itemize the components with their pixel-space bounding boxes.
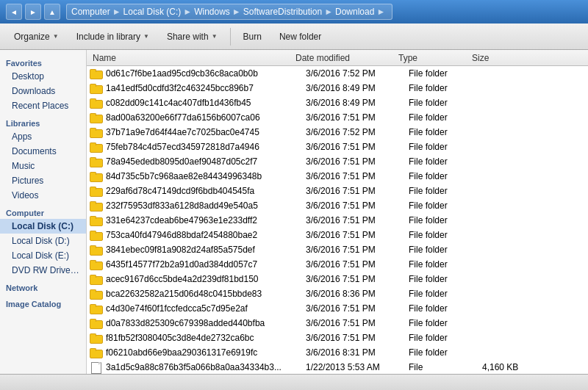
file-type: File folder [409, 201, 482, 211]
file-date: 3/6/2016 7:51 PM [306, 230, 409, 240]
include-chevron: ▼ [143, 33, 149, 40]
folder-icon [90, 244, 103, 256]
file-name: 229af6d78c47149dcd9f6bdb404545fa [106, 186, 306, 196]
col-header-name: Name [90, 53, 295, 63]
table-row[interactable]: 229af6d78c47149dcd9f6bdb404545fa3/6/2016… [87, 184, 588, 198]
table-row[interactable]: 78a945ededb8095d0aef90487d05c2f73/6/2016… [87, 154, 588, 169]
forward-button[interactable]: ► [25, 4, 41, 20]
file-date: 3/6/2016 8:49 PM [306, 83, 409, 93]
table-row[interactable]: 8ad00a63200e66f77da6156b6007ca063/6/2016… [87, 110, 588, 125]
new-folder-button[interactable]: New folder [271, 26, 329, 47]
file-type: File folder [409, 245, 482, 255]
folder-icon [90, 141, 103, 153]
status-bar [0, 374, 588, 390]
sidebar-section-title: Libraries [0, 113, 86, 129]
organize-button[interactable]: Organize ▼ [6, 26, 67, 47]
share-with-button[interactable]: Share with ▼ [159, 26, 226, 47]
file-type: File folder [409, 83, 482, 93]
file-type: File folder [409, 98, 482, 108]
file-name: 3a1d5c9a88c876b3f5a066b8a0aa34334b3... [106, 362, 306, 372]
sidebar-item-dvdrwdrive(f:)xx[interactable]: DVD RW Drive (F:) xx [0, 263, 86, 278]
burn-button[interactable]: Burn [235, 26, 270, 47]
table-row[interactable]: 3841ebec09f81a9082d24af85a575def3/6/2016… [87, 242, 588, 257]
file-date: 3/6/2016 7:52 PM [306, 68, 409, 79]
table-row[interactable]: c082dd09c141c4ac407dfb1d436fb453/6/2016 … [87, 95, 588, 110]
folder-icon [90, 214, 103, 226]
breadcrumb-drive[interactable]: Local Disk (C:) [123, 7, 182, 17]
folder-icon [90, 156, 103, 167]
file-type: File folder [409, 274, 482, 284]
sidebar-item-documents[interactable]: Documents [0, 144, 86, 159]
file-date: 3/6/2016 7:51 PM [306, 333, 409, 343]
file-date: 3/6/2016 7:51 PM [306, 201, 409, 211]
table-row[interactable]: 232f75953df833a6128d8add49e540a53/6/2016… [87, 198, 588, 213]
include-in-library-button[interactable]: Include in library ▼ [68, 26, 157, 47]
file-size: 4,160 KB [482, 362, 518, 372]
file-name: 8ad00a63200e66f77da6156b6007ca06 [106, 112, 306, 123]
file-date: 3/6/2016 7:51 PM [306, 186, 409, 196]
file-name: 232f75953df833a6128d8add49e540a5 [106, 201, 306, 211]
table-row[interactable]: 75feb784c4d57ecd345972818d7a49463/6/2016… [87, 140, 588, 154]
sidebar-item-desktop[interactable]: Desktop [0, 69, 86, 84]
sidebar-section-title: Favorites [0, 53, 86, 69]
table-row[interactable]: f81fb52f3080405c3d8e4de2732ca6bc3/6/2016… [87, 331, 588, 345]
sidebar-item-localdisk(c:)[interactable]: Local Disk (C:) [0, 219, 86, 234]
file-name: bca22632582a215d06d48c0415bbde83 [106, 289, 306, 299]
sidebar-item-music[interactable]: Music [0, 159, 86, 173]
file-type: File folder [409, 303, 482, 314]
table-row[interactable]: bca22632582a215d06d48c0415bbde833/6/2016… [87, 286, 588, 301]
table-row[interactable]: 3a1d5c9a88c876b3f5a066b8a0aa34334b3...1/… [87, 360, 588, 374]
toolbar: Organize ▼ Include in library ▼ Share wi… [0, 24, 588, 50]
sidebar-item-pictures[interactable]: Pictures [0, 173, 86, 188]
table-row[interactable]: c4d30e74f60f1fccfedcca5c7d95e2af3/6/2016… [87, 301, 588, 316]
file-type: File folder [409, 230, 482, 240]
file-name: acec9167d6cc5bde4a2d239df81bd150 [106, 274, 306, 284]
file-type: File folder [409, 215, 482, 225]
table-row[interactable]: 331e64237cdeab6be47963e1e233dff23/6/2016… [87, 213, 588, 228]
breadcrumb-computer[interactable]: Computer [71, 7, 110, 17]
file-date: 3/6/2016 8:49 PM [306, 98, 409, 108]
file-date: 3/6/2016 7:51 PM [306, 171, 409, 181]
breadcrumb-bar[interactable]: Computer ► Local Disk (C:) ► Windows ► S… [66, 4, 392, 20]
folder-icon [90, 259, 103, 270]
main-area: FavoritesDesktopDownloadsRecent PlacesLi… [0, 50, 588, 374]
breadcrumb-windows[interactable]: Windows [194, 7, 230, 17]
folder-icon [90, 229, 103, 241]
file-date: 3/6/2016 7:51 PM [306, 274, 409, 284]
sidebar: FavoritesDesktopDownloadsRecent PlacesLi… [0, 50, 87, 374]
folder-icon [90, 112, 103, 123]
table-row[interactable]: 0d61c7f6be1aad95cd9cb36c8aca0b0b3/6/2016… [87, 66, 588, 81]
column-headers: Name Date modified Type Size [87, 50, 588, 66]
file-type: File folder [409, 333, 482, 343]
file-type: File folder [409, 68, 482, 79]
breadcrumb-download[interactable]: Download [335, 7, 374, 17]
breadcrumb-softwaredistribution[interactable]: SoftwareDistribution [243, 7, 322, 17]
back-button[interactable]: ◄ [6, 4, 22, 20]
file-name: 75feb784c4d57ecd345972818d7a4946 [106, 142, 306, 152]
file-type: File [409, 362, 482, 372]
sidebar-item-downloads[interactable]: Downloads [0, 84, 86, 98]
file-date: 3/6/2016 7:51 PM [306, 142, 409, 152]
sidebar-item-apps[interactable]: Apps [0, 129, 86, 144]
file-name: 3841ebec09f81a9082d24af85a575def [106, 245, 306, 255]
file-date: 1/22/2013 5:53 AM [306, 362, 409, 372]
table-row[interactable]: acec9167d6cc5bde4a2d239df81bd1503/6/2016… [87, 272, 588, 286]
file-name: 1a41edf5d0cdfd3f2c463245bcc896b7 [106, 83, 306, 93]
table-row[interactable]: f06210abd66e9baa290361317e6919fc3/6/2016… [87, 345, 588, 360]
table-row[interactable]: 37b71a9e7d64f44ae7c7025bac0e47453/6/2016… [87, 125, 588, 140]
sidebar-item-recentplaces[interactable]: Recent Places [0, 98, 86, 113]
sidebar-item-videos[interactable]: Videos [0, 188, 86, 203]
table-row[interactable]: 1a41edf5d0cdfd3f2c463245bcc896b73/6/2016… [87, 81, 588, 95]
table-row[interactable]: 6435f14577f72b2a91d0ad384dd057c73/6/2016… [87, 257, 588, 272]
sidebar-item-localdisk(d:)[interactable]: Local Disk (D:) [0, 234, 86, 248]
file-name: c4d30e74f60f1fccfedcca5c7d95e2af [106, 303, 306, 314]
table-row[interactable]: 84d735c5b7c968aae82e84434996348b3/6/2016… [87, 169, 588, 184]
folder-icon [90, 332, 103, 344]
table-row[interactable]: d0a7833d825309c679398added440bfba3/6/201… [87, 316, 588, 331]
up-button[interactable]: ▲ [44, 4, 60, 20]
folder-icon [90, 288, 103, 300]
sidebar-item-localdisk(e:)[interactable]: Local Disk (E:) [0, 248, 86, 263]
file-icon [90, 361, 103, 373]
file-name: 37b71a9e7d64f44ae7c7025bac0e4745 [106, 127, 306, 137]
table-row[interactable]: 753ca40fd47946d88bdaf2454880bae23/6/2016… [87, 228, 588, 242]
